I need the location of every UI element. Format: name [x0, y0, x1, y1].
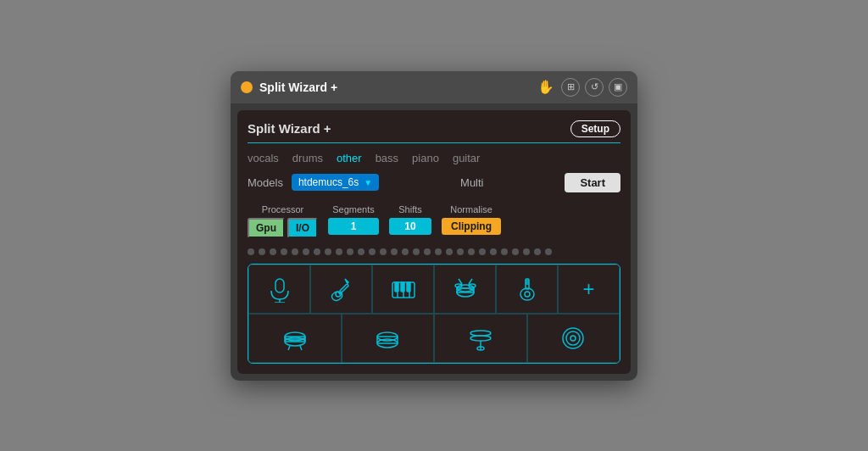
add-track-button[interactable]: + — [558, 264, 620, 314]
svg-point-18 — [520, 288, 534, 300]
tab-guitar[interactable]: guitar — [453, 152, 481, 164]
stem-tabs: vocals drums other bass piano guitar — [248, 152, 620, 164]
processor-label: Processor — [262, 204, 304, 214]
processor-buttons: Gpu I/O — [248, 218, 318, 238]
segments-label: Segments — [332, 204, 375, 214]
main-panel: Split Wizard + Setup vocals drums other … — [237, 110, 631, 374]
svg-point-38 — [566, 331, 580, 345]
progress-dot — [259, 248, 265, 255]
tom-drum-icon-cell[interactable] — [342, 314, 435, 363]
setup-button[interactable]: Setup — [570, 120, 620, 137]
hand-icon: ✋ — [537, 79, 554, 95]
progress-dot — [358, 248, 364, 255]
shifts-value[interactable]: 10 — [389, 218, 431, 235]
progress-dot — [391, 248, 398, 255]
io-button[interactable]: I/O — [287, 218, 318, 238]
segments-group: Segments 1 — [328, 204, 379, 235]
svg-point-19 — [525, 292, 530, 297]
dropdown-arrow-icon: ▼ — [364, 178, 372, 187]
progress-dot — [523, 248, 530, 255]
normalise-label: Normalise — [450, 204, 492, 214]
tab-other[interactable]: other — [337, 152, 362, 164]
progress-dot — [479, 248, 486, 255]
shifts-group: Shifts 10 — [389, 204, 431, 235]
guitar-icon — [328, 276, 355, 303]
window-title: Split Wizard + — [259, 81, 534, 94]
progress-dot — [292, 248, 298, 255]
icons-row-1: + — [248, 264, 620, 314]
gpu-button[interactable]: Gpu — [248, 218, 285, 238]
progress-dot — [303, 248, 309, 255]
progress-dot — [446, 248, 453, 255]
progress-dot — [281, 248, 287, 255]
progress-dot — [501, 248, 508, 255]
panel-title: Split Wizard + — [248, 121, 331, 136]
acoustic-guitar-icon — [514, 276, 541, 303]
drums-icon-cell[interactable] — [434, 264, 496, 314]
shifts-label: Shifts — [398, 204, 422, 214]
save-button[interactable]: ▣ — [609, 78, 627, 97]
panel-header: Split Wizard + Setup — [248, 120, 620, 143]
drums-icon — [452, 276, 479, 303]
svg-rect-10 — [407, 282, 410, 292]
progress-dot — [314, 248, 320, 255]
piano-icon-cell[interactable] — [372, 264, 434, 314]
tom-drum-icon — [374, 325, 401, 352]
progress-dot — [468, 248, 475, 255]
vocals-icon-cell[interactable] — [248, 264, 310, 314]
progress-dot — [369, 248, 376, 255]
title-controls: ⊞ ↺ ▣ — [561, 78, 627, 97]
snare-drum-icon-cell[interactable] — [248, 314, 342, 363]
guitar-icon-cell[interactable] — [310, 264, 372, 314]
normalise-group: Normalise Clipping — [442, 204, 501, 235]
progress-dot — [457, 248, 464, 255]
snare-drum-icon — [281, 325, 309, 352]
progress-dot — [380, 248, 387, 255]
start-button[interactable]: Start — [565, 173, 620, 192]
clipping-value[interactable]: Clipping — [442, 218, 501, 235]
progress-dot — [336, 248, 342, 255]
progress-dot — [545, 248, 552, 255]
progress-dot — [534, 248, 541, 255]
copy-button[interactable]: ⊞ — [561, 78, 580, 97]
svg-line-16 — [459, 279, 462, 284]
progress-dot — [347, 248, 353, 255]
params-row: Processor Gpu I/O Segments 1 Shifts 10 N… — [248, 204, 620, 238]
model-selected-value: htdemucs_6s — [298, 176, 359, 188]
acoustic-guitar-icon-cell[interactable] — [496, 264, 558, 314]
models-label: Models — [248, 176, 283, 189]
svg-rect-8 — [395, 282, 398, 292]
main-window: Split Wizard + ✋ ⊞ ↺ ▣ Split Wizard + Se… — [231, 71, 637, 381]
bass-drum-icon — [559, 325, 587, 352]
hihat-icon-cell[interactable] — [434, 314, 527, 363]
title-bar: Split Wizard + ✋ ⊞ ↺ ▣ — [231, 71, 637, 103]
tab-drums[interactable]: drums — [292, 152, 323, 164]
refresh-button[interactable]: ↺ — [585, 78, 604, 97]
svg-line-28 — [288, 346, 290, 350]
svg-rect-0 — [275, 279, 284, 292]
segments-value[interactable]: 1 — [328, 218, 379, 235]
instrument-icons-grid: + — [248, 264, 620, 364]
model-select-dropdown[interactable]: htdemucs_6s ▼ — [292, 174, 379, 191]
hihat-icon — [467, 325, 494, 352]
models-row: Models htdemucs_6s ▼ Multi Start — [248, 173, 620, 192]
progress-dot — [325, 248, 331, 255]
multi-label: Multi — [387, 176, 556, 189]
tab-bass[interactable]: bass — [376, 152, 398, 164]
microphone-icon — [266, 276, 293, 303]
tab-vocals[interactable]: vocals — [248, 152, 279, 164]
svg-point-34 — [470, 336, 491, 341]
svg-point-39 — [570, 336, 576, 341]
bass-drum-icon-cell[interactable] — [527, 314, 620, 363]
svg-rect-9 — [401, 282, 404, 292]
window-dot — [241, 81, 253, 93]
dots-row — [248, 248, 620, 255]
tab-piano[interactable]: piano — [412, 152, 439, 164]
progress-dot — [512, 248, 519, 255]
icons-row-2 — [248, 314, 620, 363]
progress-dot — [424, 248, 431, 255]
progress-dot — [248, 248, 254, 255]
svg-point-33 — [470, 331, 491, 336]
svg-line-29 — [300, 346, 302, 350]
processor-group: Processor Gpu I/O — [248, 204, 318, 238]
